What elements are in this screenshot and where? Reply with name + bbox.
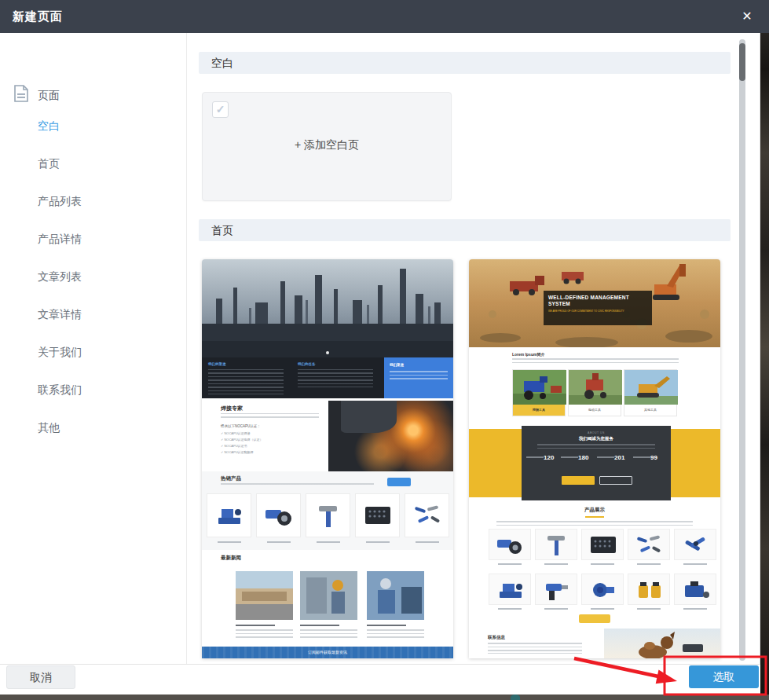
- sidebar-item-blank[interactable]: 空白: [38, 119, 156, 135]
- news-image-building: [236, 571, 293, 620]
- product-caption: [591, 563, 614, 565]
- title-underline: [585, 516, 604, 518]
- feature-text: [298, 369, 373, 387]
- mascot-image: [604, 629, 720, 658]
- product-thumb-hammer: [306, 493, 350, 537]
- select-button[interactable]: 选取: [689, 665, 759, 688]
- product-thumb-vise: [207, 493, 251, 537]
- feature-title: 我们的任务: [298, 362, 316, 366]
- news-item-text: [367, 629, 424, 640]
- product-thumb-toolbox: [674, 574, 716, 605]
- product-thumb-saw: [489, 529, 531, 560]
- sidebar-item-product-list[interactable]: 产品列表: [38, 195, 156, 211]
- dialog-header: 新建页面: [0, 0, 769, 33]
- close-icon[interactable]: ✕: [737, 6, 757, 27]
- product-thumb-toolkit: [355, 493, 400, 537]
- feature-title: 我们的渠道: [208, 362, 226, 366]
- sidebar-item-pages[interactable]: 页面: [38, 89, 60, 103]
- sidebar-item-article-list[interactable]: 文章列表: [38, 270, 156, 286]
- hot-products-text: [221, 483, 374, 487]
- intro-section: Lorem Ipsum简介: [469, 347, 720, 369]
- new-page-dialog: 新建页面 ✕ 页面 空白 首页 产品列表 产品详情 文章列表 文章详情 关于我们…: [0, 0, 769, 700]
- welding-expert-text: [221, 413, 319, 420]
- welding-expert-title: 焊接专家: [221, 405, 243, 412]
- page-behind-modal: [760, 0, 769, 695]
- hero-factory-image: [202, 259, 453, 357]
- sidebar-item-product-detail[interactable]: 产品详情: [38, 233, 156, 248]
- backdrop-decoration: [511, 695, 520, 700]
- product-caption: [498, 563, 522, 565]
- sidebar-item-home[interactable]: 首页: [38, 157, 156, 173]
- news-item-text: [300, 629, 357, 640]
- category-card-other: 其他工具: [624, 369, 677, 416]
- products-button: [387, 478, 411, 486]
- about-label: ABOUT US: [522, 431, 671, 434]
- contact-section: 联系信息: [469, 629, 720, 658]
- product-caption: [317, 541, 340, 543]
- cert-item: ✓ NOCAPU认证电焊（认证）: [221, 438, 263, 442]
- product-caption: [267, 541, 291, 543]
- cancel-button[interactable]: 取消: [6, 665, 75, 689]
- scrollbar-thumb[interactable]: [739, 43, 745, 81]
- sidebar-item-about-us[interactable]: 关于我们: [38, 346, 156, 361]
- sidebar-item-other[interactable]: 其他: [38, 421, 156, 437]
- template-thumbnail-construction[interactable]: WELL-DEFINED MANAGEMENT SYSTEM WE ARE PR…: [469, 259, 720, 658]
- feature-title: 我们渠道: [390, 363, 404, 367]
- add-blank-page-card[interactable]: ✓ + 添加空白页: [202, 92, 452, 201]
- product-caption: [366, 541, 390, 543]
- sidebar-item-article-detail[interactable]: 文章详情: [38, 308, 156, 324]
- product-caption: [683, 608, 707, 610]
- feature-cards-dark: 我们的渠道 我们的任务: [202, 357, 384, 398]
- about-title: 我们竭诚为您服务: [522, 436, 671, 442]
- category-label: 其他工具: [624, 405, 676, 416]
- welding-expert-section: 焊接专家 提供以下NOCAPU认证： ✓ NOCAPU认证焊接 ✓ NOCAPU…: [202, 398, 453, 471]
- section-header-blank: 空白: [199, 52, 731, 74]
- cert-item: ✓ NOCAPU认证翻新焊: [221, 450, 254, 454]
- news-item-text: [236, 629, 293, 640]
- feature-text: [208, 369, 284, 394]
- product-thumb-hammer: [535, 529, 577, 560]
- welding-sparks-image: [328, 401, 453, 471]
- contact-text: [488, 643, 582, 654]
- section-header-home: 首页: [199, 219, 731, 241]
- product-thumb-drill: [535, 574, 577, 605]
- latest-news-section: 最新新闻: [202, 550, 453, 647]
- feature-text: [390, 371, 448, 382]
- product-caption: [637, 608, 661, 610]
- product-thumb-tools: [628, 529, 670, 560]
- hot-products-title: 热销产品: [221, 475, 241, 482]
- news-item-title: [236, 625, 275, 626]
- section-header-blank-label: 空白: [211, 57, 233, 71]
- checkbox-icon[interactable]: ✓: [212, 101, 229, 118]
- products-section: 产品展示: [469, 500, 720, 629]
- product-caption: [498, 608, 522, 610]
- contact-title: 联系信息: [488, 635, 505, 640]
- category-card-electric: 电动工具: [568, 369, 621, 416]
- product-caption: [683, 563, 707, 565]
- products-text: [496, 521, 693, 527]
- page-behind-modal-bottom: [0, 695, 769, 700]
- hero-subtitle: WE ARE PROUD OF OUR COMMITMENT TO CIVIC …: [548, 310, 647, 313]
- cert-heading: 提供以下NOCAPU认证：: [221, 424, 261, 428]
- carousel-dot: [326, 351, 329, 354]
- add-blank-page-label: + 添加空白页: [203, 138, 451, 152]
- news-item-title: [300, 625, 339, 626]
- product-caption: [218, 541, 241, 543]
- category-card-digging: 挖掘工具: [512, 369, 566, 416]
- sidebar-item-contact-us[interactable]: 联系我们: [38, 383, 156, 399]
- category-label: 挖掘工具: [513, 405, 565, 416]
- product-caption: [544, 563, 568, 565]
- product-thumb-toolkit: [581, 529, 624, 560]
- template-thumbnail-industrial[interactable]: 我们的渠道 我们的任务 我们渠道 焊接专家 提供以下NOCAPU认证： ✓ NO…: [202, 259, 453, 658]
- feature-card-blue: 我们渠道: [384, 357, 453, 402]
- hero-text-overlay: WELL-DEFINED MANAGEMENT SYSTEM WE ARE PR…: [544, 291, 652, 325]
- category-label: 电动工具: [569, 405, 621, 416]
- section-header-home-label: 首页: [211, 224, 233, 238]
- hot-products-section: 热销产品: [202, 471, 453, 550]
- product-caption: [591, 608, 614, 610]
- about-box: ABOUT US 我们竭诚为您服务 120 180 201 99: [522, 426, 671, 500]
- scrollbar-track[interactable]: [739, 39, 745, 661]
- about-text: [537, 444, 655, 450]
- sidebar: 页面 空白 首页 产品列表 产品详情 文章列表 文章详情 关于我们 联系我们 其…: [0, 33, 187, 664]
- product-caption: [544, 608, 568, 610]
